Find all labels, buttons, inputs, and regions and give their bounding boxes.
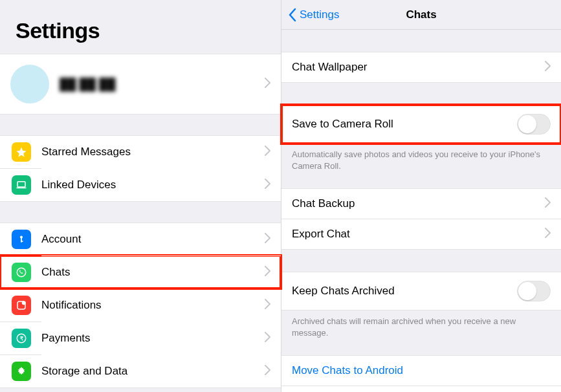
sidebar-item-label: Notifications <box>41 299 102 312</box>
toggle-switch[interactable] <box>517 281 551 301</box>
sidebar-item-linked-devices[interactable]: Linked Devices <box>0 168 281 202</box>
chevron-right-icon <box>265 146 270 158</box>
chevron-right-icon <box>265 332 270 345</box>
chats-group-actions: Move Chats to Android Archive All Chats <box>281 355 561 392</box>
row-label: Keep Chats Archived <box>292 285 395 298</box>
svg-point-5 <box>17 268 26 277</box>
back-label: Settings <box>300 8 339 21</box>
sidebar-item-account[interactable]: Account <box>0 223 281 256</box>
row-move-to-android[interactable]: Move Chats to Android <box>281 355 561 386</box>
chats-group-backup: Chat Backup Export Chat <box>281 188 561 250</box>
sidebar-item-label: Linked Devices <box>41 179 116 191</box>
row-label: Chat Backup <box>292 197 355 210</box>
row-label: Chat Wallpaper <box>292 61 368 74</box>
nav-bar: Settings Chats <box>281 0 561 30</box>
svg-rect-1 <box>17 188 27 189</box>
chevron-right-icon <box>545 61 551 74</box>
chevron-right-icon <box>265 299 270 312</box>
row-archive-all[interactable]: Archive All Chats <box>281 386 561 392</box>
sidebar-item-label: Chats <box>41 266 70 279</box>
settings-group-1: Starred Messages Linked Devices <box>0 135 281 202</box>
svg-text:₹: ₹ <box>20 336 23 342</box>
toggle-switch[interactable] <box>517 114 551 135</box>
chats-group-camera-roll: Save to Camera Roll <box>281 105 561 144</box>
page-title: Settings <box>16 18 265 43</box>
row-chat-wallpaper[interactable]: Chat Wallpaper <box>281 52 561 83</box>
chevron-left-icon <box>288 8 297 22</box>
star-icon <box>12 142 31 162</box>
settings-header: Settings <box>0 0 281 54</box>
row-keep-archived[interactable]: Keep Chats Archived <box>281 272 561 310</box>
row-export-chat[interactable]: Export Chat <box>281 219 561 250</box>
chevron-right-icon <box>545 197 551 210</box>
chevron-right-icon <box>265 266 270 279</box>
back-button[interactable]: Settings <box>288 8 339 22</box>
chats-group-wallpaper: Chat Wallpaper <box>281 52 561 83</box>
sidebar-item-payments[interactable]: ₹ Payments <box>0 321 281 354</box>
chevron-right-icon <box>265 365 270 378</box>
row-label: Export Chat <box>292 228 350 241</box>
chevron-right-icon <box>545 228 551 241</box>
sidebar-item-label: Account <box>41 233 81 246</box>
settings-group-2: Account Chats Notifications <box>0 223 281 388</box>
chevron-right-icon <box>265 78 270 91</box>
sidebar-item-notifications[interactable]: Notifications <box>0 289 281 321</box>
sidebar-item-label: Storage and Data <box>41 365 127 378</box>
row-save-camera-roll[interactable]: Save to Camera Roll <box>281 105 561 144</box>
key-icon <box>12 230 31 249</box>
avatar <box>10 65 49 103</box>
whatsapp-icon <box>12 263 31 282</box>
svg-rect-4 <box>21 241 23 241</box>
row-label: Save to Camera Roll <box>292 118 393 131</box>
sidebar-item-starred[interactable]: Starred Messages <box>0 135 281 168</box>
camera-roll-note: Automatically save photos and videos you… <box>281 144 561 171</box>
profile-name: ██ ██ ██ <box>60 78 116 91</box>
chevron-right-icon <box>265 179 270 191</box>
sidebar-item-label: Payments <box>41 332 91 345</box>
sidebar-item-label: Starred Messages <box>41 146 131 158</box>
settings-pane: Settings ██ ██ ██ Starred Messages Linke… <box>0 0 281 392</box>
row-label: Move Chats to Android <box>292 364 403 377</box>
chats-pane: Settings Chats Chat Wallpaper Save to Ca… <box>281 0 561 392</box>
svg-rect-0 <box>17 182 25 187</box>
storage-icon <box>12 362 31 381</box>
sidebar-item-storage[interactable]: Storage and Data <box>0 354 281 388</box>
keep-archived-note: Archived chats will remain archived when… <box>281 310 561 338</box>
rupee-icon: ₹ <box>12 329 31 348</box>
svg-point-7 <box>22 301 26 305</box>
chats-group-archive: Keep Chats Archived <box>281 272 561 310</box>
laptop-icon <box>12 175 31 195</box>
sidebar-item-chats[interactable]: Chats <box>0 256 281 289</box>
chevron-right-icon <box>265 233 270 246</box>
notification-icon <box>12 296 31 315</box>
row-chat-backup[interactable]: Chat Backup <box>281 188 561 219</box>
profile-row[interactable]: ██ ██ ██ <box>0 54 281 114</box>
